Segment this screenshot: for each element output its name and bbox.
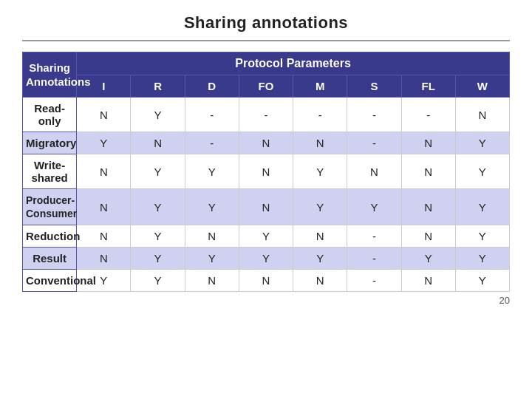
cell: N (293, 225, 347, 248)
cell: Y (131, 248, 185, 270)
cell: - (401, 98, 455, 132)
col-D: D (185, 75, 239, 98)
cell: Y (131, 154, 185, 189)
cell: Y (455, 248, 509, 270)
cell: Y (185, 154, 239, 189)
cell: N (185, 270, 239, 292)
cell: - (347, 248, 401, 270)
cell: N (77, 154, 131, 189)
row-label-write-shared: Write-shared (23, 154, 77, 189)
row-label-read-only: Read-only (23, 98, 77, 132)
cell: Y (131, 270, 185, 292)
cell: N (185, 225, 239, 248)
title-divider (22, 40, 510, 41)
annotations-table: Sharing Annotations Protocol Parameters … (22, 52, 510, 292)
cell: N (239, 189, 293, 225)
cell: N (401, 189, 455, 225)
cell: N (77, 248, 131, 270)
cell: N (401, 132, 455, 154)
cell: Y (185, 248, 239, 270)
cell: N (401, 154, 455, 189)
table-row: Result N Y Y Y Y - Y Y (23, 248, 510, 270)
cell: - (347, 132, 401, 154)
cell: - (239, 98, 293, 132)
cell: Y (239, 225, 293, 248)
row-label-migratory: Migratory (23, 132, 77, 154)
row-label-reduction: Reduction (23, 225, 77, 248)
table-row: Read-only N Y - - - - - N (23, 98, 510, 132)
cell: Y (293, 189, 347, 225)
col-W: W (455, 75, 509, 98)
page-title: Sharing annotations (184, 13, 348, 33)
cell: - (347, 225, 401, 248)
cell: Y (131, 98, 185, 132)
cell: Y (455, 225, 509, 248)
row-label-conventional: Conventional (23, 270, 77, 292)
cell: N (293, 270, 347, 292)
table-row: Migratory Y N - N N - N Y (23, 132, 510, 154)
corner-header: Sharing Annotations (23, 52, 77, 98)
header-top-row: Sharing Annotations Protocol Parameters (23, 52, 510, 75)
cell: Y (131, 225, 185, 248)
cell: Y (347, 189, 401, 225)
cell: N (77, 225, 131, 248)
cell: Y (239, 248, 293, 270)
col-FL: FL (401, 75, 455, 98)
cell: Y (455, 270, 509, 292)
cell: N (347, 154, 401, 189)
row-label-result: Result (23, 248, 77, 270)
col-M: M (293, 75, 347, 98)
cell: N (77, 189, 131, 225)
cell: Y (131, 189, 185, 225)
cell: Y (455, 189, 509, 225)
cell: - (347, 98, 401, 132)
cell: N (293, 132, 347, 154)
col-FO: FO (239, 75, 293, 98)
cell: Y (185, 189, 239, 225)
row-label-producer-consumer: Producer-Consumer (23, 189, 77, 225)
cell: N (239, 132, 293, 154)
cell: Y (455, 154, 509, 189)
cell: Y (77, 132, 131, 154)
col-S: S (347, 75, 401, 98)
table-row: Producer-Consumer N Y Y N Y Y N Y (23, 189, 510, 225)
cell: N (401, 225, 455, 248)
cell: Y (455, 132, 509, 154)
cell: N (239, 270, 293, 292)
table-row: Write-shared N Y Y N Y N N Y (23, 154, 510, 189)
cell: - (347, 270, 401, 292)
cell: - (185, 98, 239, 132)
cell: Y (293, 154, 347, 189)
page-number: 20 (499, 295, 510, 306)
protocol-params-header: Protocol Parameters (77, 52, 510, 75)
col-R: R (131, 75, 185, 98)
cell: - (185, 132, 239, 154)
cell: N (131, 132, 185, 154)
cell: N (77, 98, 131, 132)
cell: N (401, 270, 455, 292)
cell: Y (401, 248, 455, 270)
sub-col-header-row: I R D FO M S FL W (23, 75, 510, 98)
table-row: Reduction N Y N Y N - N Y (23, 225, 510, 248)
cell: Y (293, 248, 347, 270)
cell: - (293, 98, 347, 132)
cell: N (455, 98, 509, 132)
table-row: Conventional Y Y N N N - N Y (23, 270, 510, 292)
cell: N (239, 154, 293, 189)
